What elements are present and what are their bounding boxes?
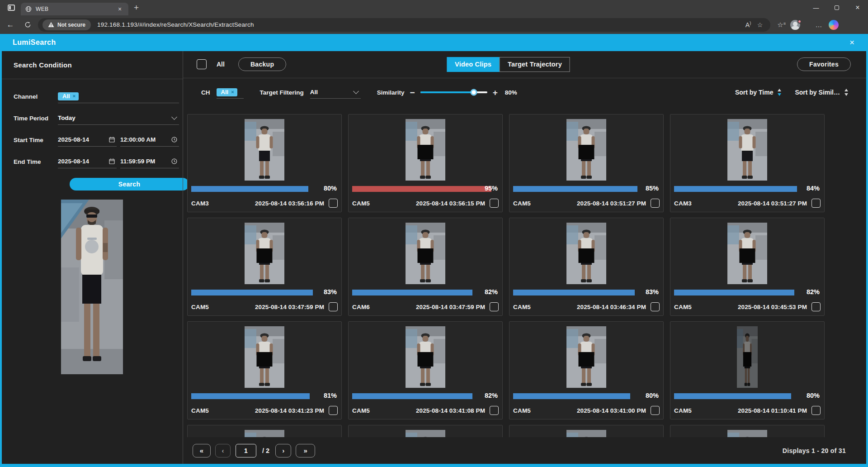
backup-button[interactable]: Backup bbox=[238, 57, 286, 71]
result-thumbnail[interactable] bbox=[191, 119, 338, 181]
result-thumbnail[interactable] bbox=[191, 430, 338, 437]
result-card[interactable]: 83% CAM5 2025-08-14 03:47:59 PM bbox=[187, 218, 342, 316]
target-filtering-label: Target Filtering bbox=[260, 89, 304, 96]
new-tab-icon[interactable]: + bbox=[134, 3, 139, 13]
next-page-button[interactable]: › bbox=[275, 444, 291, 457]
slider-handle[interactable] bbox=[471, 89, 477, 96]
result-thumbnail[interactable] bbox=[513, 326, 660, 388]
result-card[interactable] bbox=[187, 425, 342, 437]
back-icon[interactable]: ← bbox=[4, 18, 17, 32]
result-checkbox[interactable] bbox=[651, 199, 660, 208]
tag-remove-icon[interactable]: × bbox=[231, 90, 234, 95]
prev-page-button[interactable]: ‹ bbox=[215, 444, 231, 457]
favorite-star-icon[interactable]: ☆ bbox=[754, 21, 766, 29]
result-thumbnail[interactable] bbox=[674, 119, 821, 181]
result-thumbnail[interactable] bbox=[674, 326, 821, 388]
url-text[interactable]: 192.168.1.193/#/index/reSearch/XSearch/E… bbox=[97, 21, 742, 28]
select-all-label: All bbox=[217, 61, 225, 68]
favorites-button[interactable]: Favorites bbox=[797, 57, 851, 71]
tab-layout-icon[interactable] bbox=[5, 3, 17, 13]
result-card[interactable]: 82% CAM5 2025-08-14 03:45:53 PM bbox=[670, 218, 825, 316]
tab-video-clips[interactable]: Video Clips bbox=[447, 57, 500, 72]
sort-desc-icon[interactable] bbox=[778, 93, 781, 96]
sort-asc-icon[interactable] bbox=[778, 89, 781, 91]
result-checkbox[interactable] bbox=[329, 406, 338, 415]
more-icon[interactable]: … bbox=[813, 21, 824, 29]
search-button[interactable]: Search bbox=[70, 178, 189, 191]
minimize-icon[interactable]: — bbox=[806, 0, 826, 15]
result-card[interactable]: 84% CAM3 2025-08-14 03:51:27 PM bbox=[670, 114, 825, 212]
result-thumbnail[interactable] bbox=[674, 430, 821, 437]
url-bar[interactable]: Not secure 192.168.1.193/#/index/reSearc… bbox=[38, 18, 770, 32]
tab-close-icon[interactable]: × bbox=[116, 5, 124, 13]
result-card[interactable]: 83% CAM5 2025-08-14 03:46:34 PM bbox=[509, 218, 664, 316]
result-thumbnail[interactable] bbox=[513, 223, 660, 285]
result-checkbox[interactable] bbox=[811, 199, 821, 208]
start-time-field[interactable]: 12:00:00 AM bbox=[120, 133, 179, 147]
result-card[interactable] bbox=[670, 425, 825, 437]
select-all-checkbox[interactable] bbox=[197, 59, 207, 69]
maximize-icon[interactable] bbox=[826, 0, 847, 15]
result-card[interactable]: 80% CAM3 2025-08-14 03:56:16 PM bbox=[187, 114, 342, 212]
result-thumbnail[interactable] bbox=[674, 223, 821, 285]
collections-icon[interactable]: ☆≡ bbox=[775, 21, 786, 29]
start-date-field[interactable]: 2025-08-14 bbox=[58, 133, 117, 147]
copilot-icon[interactable] bbox=[829, 20, 839, 30]
result-checkbox[interactable] bbox=[811, 406, 821, 415]
result-card[interactable]: 80% CAM5 2025-08-14 03:41:00 PM bbox=[509, 321, 664, 419]
result-thumbnail[interactable] bbox=[352, 430, 499, 437]
result-card[interactable]: 81% CAM5 2025-08-14 03:41:23 PM bbox=[187, 321, 342, 419]
ch-tag[interactable]: All × bbox=[217, 88, 237, 96]
result-card[interactable]: 82% CAM5 2025-08-14 03:41:08 PM bbox=[348, 321, 503, 419]
result-card[interactable]: 80% CAM5 2025-08-14 01:10:41 PM bbox=[670, 321, 825, 419]
minus-icon[interactable]: − bbox=[410, 88, 415, 97]
similarity-slider[interactable] bbox=[420, 91, 487, 93]
result-thumbnail[interactable] bbox=[352, 326, 499, 388]
tag-remove-icon[interactable]: × bbox=[73, 94, 75, 99]
end-time-field[interactable]: 11:59:59 PM bbox=[120, 155, 179, 168]
result-card[interactable]: 95% CAM5 2025-08-14 03:56:15 PM bbox=[348, 114, 503, 212]
result-card[interactable] bbox=[509, 425, 664, 437]
plus-icon[interactable]: + bbox=[493, 88, 498, 97]
result-thumbnail[interactable] bbox=[191, 326, 338, 388]
target-filtering-select[interactable]: All bbox=[310, 86, 361, 99]
last-page-button[interactable]: » bbox=[296, 444, 315, 457]
sort-by-time[interactable]: Sort by Time bbox=[735, 89, 782, 96]
time-period-select[interactable]: Today bbox=[58, 111, 179, 125]
result-thumbnail[interactable] bbox=[352, 223, 499, 285]
channel-select[interactable]: All × bbox=[58, 90, 179, 103]
result-checkbox[interactable] bbox=[651, 302, 660, 311]
result-thumbnail[interactable] bbox=[191, 223, 338, 285]
similarity-bar: 80% bbox=[191, 186, 338, 192]
result-checkbox[interactable] bbox=[811, 302, 821, 311]
result-checkbox[interactable] bbox=[651, 406, 660, 415]
ch-select[interactable]: All × bbox=[217, 86, 244, 99]
first-page-button[interactable]: « bbox=[193, 444, 211, 457]
browser-tab[interactable]: WEB × bbox=[21, 3, 128, 15]
tab-target-trajectory[interactable]: Target Trajectory bbox=[500, 57, 570, 72]
result-thumbnail[interactable] bbox=[352, 119, 499, 181]
refresh-icon[interactable] bbox=[21, 18, 34, 32]
read-aloud-icon[interactable]: A) bbox=[742, 21, 754, 29]
result-card[interactable]: 82% CAM6 2025-08-14 03:47:59 PM bbox=[348, 218, 503, 316]
channel-tag[interactable]: All × bbox=[58, 92, 79, 100]
sort-desc-icon[interactable] bbox=[844, 93, 848, 96]
sort-by-similarity[interactable]: Sort by Simil… bbox=[795, 89, 848, 96]
result-thumbnail[interactable] bbox=[513, 430, 660, 437]
result-checkbox[interactable] bbox=[329, 199, 338, 208]
app-close-icon[interactable]: × bbox=[849, 38, 854, 48]
result-checkbox[interactable] bbox=[329, 302, 338, 311]
result-checkbox[interactable] bbox=[490, 406, 499, 415]
result-checkbox[interactable] bbox=[490, 302, 499, 311]
page-input[interactable] bbox=[236, 444, 256, 457]
sort-asc-icon[interactable] bbox=[844, 89, 848, 91]
window-close-icon[interactable]: × bbox=[847, 0, 868, 15]
end-date-field[interactable]: 2025-08-14 bbox=[58, 155, 117, 168]
result-checkbox[interactable] bbox=[490, 199, 499, 208]
result-thumbnail[interactable] bbox=[513, 119, 660, 181]
camera-label: CAM5 bbox=[352, 200, 370, 207]
result-card[interactable] bbox=[348, 425, 503, 437]
result-card[interactable]: 85% CAM5 2025-08-14 03:51:27 PM bbox=[509, 114, 664, 212]
clock-icon bbox=[171, 158, 177, 164]
security-chip[interactable]: Not secure bbox=[42, 19, 91, 30]
